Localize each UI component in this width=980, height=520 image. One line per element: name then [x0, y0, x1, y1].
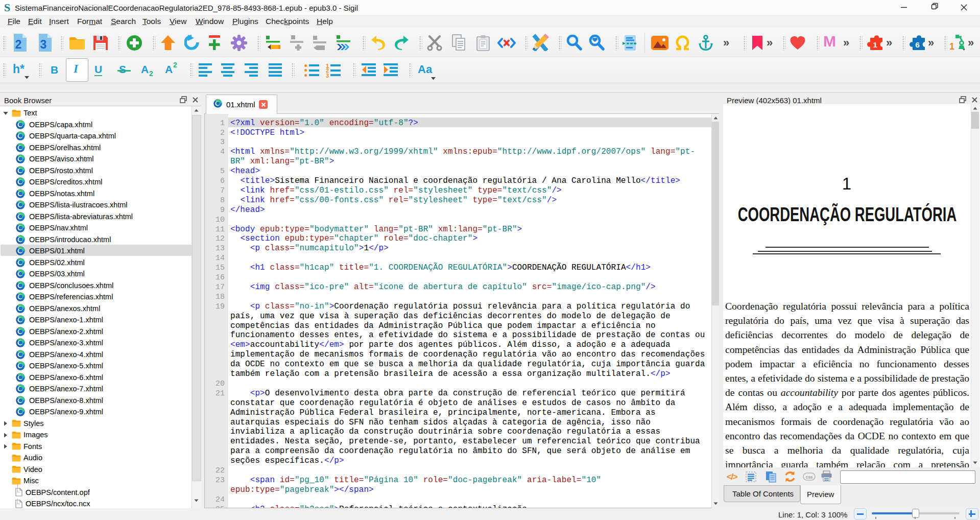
svg-text:1: 1 — [949, 41, 954, 51]
svg-text:2: 2 — [15, 38, 22, 51]
svg-text:3: 3 — [40, 38, 47, 51]
svg-text:6: 6 — [915, 40, 920, 49]
svg-text:css: css — [805, 475, 812, 480]
svg-text:1: 1 — [873, 40, 877, 49]
svg-text:S: S — [4, 2, 10, 13]
